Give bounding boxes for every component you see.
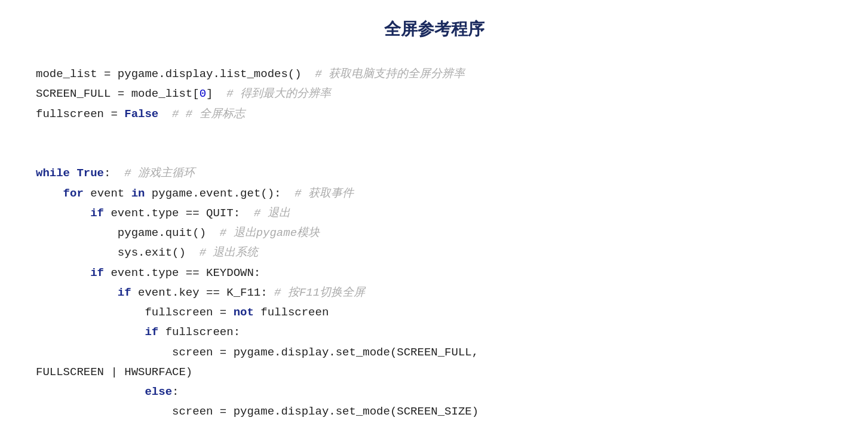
code-line-7: pygame.quit() # 退出pygame模块	[36, 223, 832, 243]
code-text: fullscreen =	[36, 306, 234, 319]
code-comment: # 获取电脑支持的全屏分辨率	[315, 67, 465, 81]
code-text: fullscreen	[254, 306, 329, 319]
code-comment: # 得到最大的分辨率	[226, 87, 331, 100]
code-text: screen = pygame.display.set_mode(SCREEN_…	[36, 405, 479, 418]
code-text: event.type == QUIT:	[104, 207, 254, 220]
code-line-5: for event in pygame.event.get(): # 获取事件	[36, 184, 832, 204]
code-comment: # # 全屏标志	[172, 108, 245, 121]
code-keyword: for	[63, 187, 84, 200]
code-keyword: False	[124, 108, 158, 121]
code-comment: # 退出	[254, 207, 290, 220]
code-text	[36, 207, 90, 220]
code-keyword: in	[131, 187, 145, 200]
code-text	[36, 187, 63, 200]
code-text	[158, 108, 172, 121]
code-text	[36, 326, 145, 339]
code-text: event.key == K_F11:	[131, 286, 274, 299]
code-keyword: if	[90, 266, 104, 280]
code-line-10: if event.key == K_F11: # 按F11切换全屏	[36, 283, 832, 303]
code-text: screen = pygame.display.set_mode(SCREEN_…	[36, 346, 479, 359]
code-keyword: else	[145, 385, 172, 398]
code-num: 0	[200, 87, 206, 100]
code-text	[36, 266, 90, 280]
code-line-13: screen = pygame.display.set_mode(SCREEN_…	[36, 343, 832, 363]
code-line-2: SCREEN_FULL = mode_list[0] # 得到最大的分辨率	[36, 84, 832, 104]
code-comment: # 退出系统	[200, 246, 259, 259]
code-comment: # 获取事件	[295, 187, 354, 200]
code-text: :	[104, 167, 124, 180]
code-text: event.type == KEYDOWN:	[104, 266, 260, 280]
code-text: sys.exit()	[36, 246, 200, 259]
code-comment: # 按F11切换全屏	[274, 286, 365, 299]
code-comment: # 游戏主循环	[124, 167, 195, 180]
code-line-8: sys.exit() # 退出系统	[36, 243, 832, 263]
code-comment: # 退出pygame模块	[220, 226, 320, 240]
code-text	[36, 286, 118, 299]
code-keyword: not	[234, 306, 254, 319]
code-blank-2	[36, 144, 832, 164]
code-keyword: if	[90, 207, 104, 220]
code-line-15: else:	[36, 382, 832, 402]
code-blank-1	[36, 124, 832, 144]
code-line-11: fullscreen = not fullscreen	[36, 303, 832, 323]
code-block: mode_list = pygame.display.list_modes() …	[36, 65, 832, 422]
code-line-12: if fullscreen:	[36, 323, 832, 342]
code-text: :	[172, 385, 179, 398]
code-keyword: if	[145, 326, 158, 339]
code-text	[36, 385, 145, 398]
code-text: fullscreen:	[158, 326, 240, 339]
code-text: fullscreen =	[36, 108, 124, 121]
code-line-3: fullscreen = False # # 全屏标志	[36, 105, 832, 124]
page-container: 全屏参考程序 mode_list = pygame.display.list_m…	[36, 18, 832, 422]
code-text: pygame.quit()	[36, 226, 220, 240]
code-keyword: if	[118, 286, 131, 299]
code-line-16: screen = pygame.display.set_mode(SCREEN_…	[36, 402, 832, 422]
code-line-6: if event.type == QUIT: # 退出	[36, 204, 832, 223]
code-text: event	[84, 187, 131, 200]
code-line-4: while True: # 游戏主循环	[36, 164, 832, 183]
code-line-9: if event.type == KEYDOWN:	[36, 263, 832, 283]
code-keyword: while True	[36, 167, 104, 180]
code-text: FULLSCREEN | HWSURFACE)	[36, 366, 192, 379]
code-line-14: FULLSCREEN | HWSURFACE)	[36, 363, 832, 382]
code-line-1: mode_list = pygame.display.list_modes() …	[36, 65, 832, 84]
code-text: ]	[206, 87, 226, 100]
code-text: mode_list = pygame.display.list_modes()	[36, 67, 315, 81]
code-text: pygame.event.get():	[145, 187, 295, 200]
page-title: 全屏参考程序	[36, 18, 832, 41]
code-text: SCREEN_FULL = mode_list[	[36, 87, 200, 100]
